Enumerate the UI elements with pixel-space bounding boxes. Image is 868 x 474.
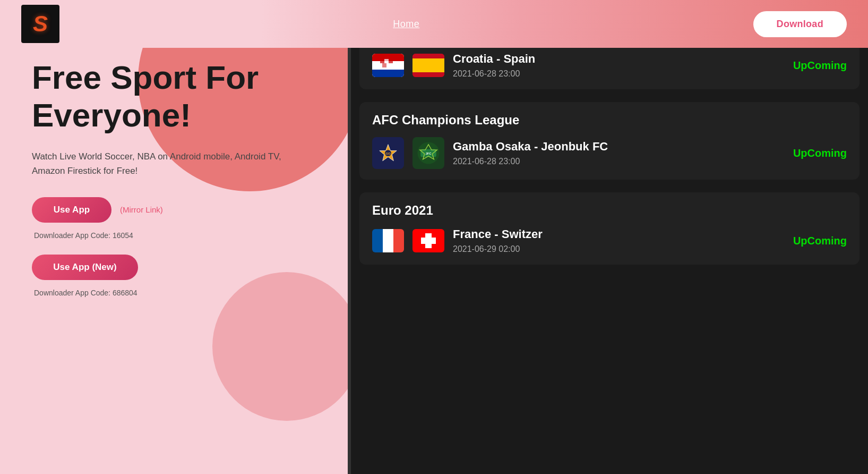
logo: S (21, 5, 59, 43)
left-panel: Free Sport For Everyone! Watch Live Worl… (32, 58, 361, 297)
match-info: France - Switzer 2021-06-29 02:00 (453, 227, 785, 254)
svg-rect-24 (421, 238, 436, 244)
svg-text:GO: GO (385, 152, 391, 155)
svg-rect-21 (393, 229, 404, 252)
match-time: 2021-06-28 23:00 (453, 157, 785, 166)
svg-rect-3 (380, 59, 384, 63)
match-row: GO JFC Gamba Osaka - J (372, 137, 847, 169)
match-teams: France - Switzer (453, 227, 785, 241)
match-teams: Croatia - Spain (453, 52, 785, 66)
svg-rect-19 (372, 229, 383, 252)
svg-rect-10 (412, 54, 444, 58)
use-app-button[interactable]: Use App (32, 197, 111, 223)
svg-rect-11 (412, 72, 444, 77)
team2-flag (412, 229, 444, 252)
upcoming-badge: UpComing (793, 60, 847, 72)
match-row: France - Switzer 2021-06-29 02:00 UpComi… (372, 227, 847, 254)
downloader-code-new: Downloader App Code: 686804 (34, 289, 361, 297)
match-time: 2021-06-28 23:00 (453, 69, 785, 79)
league-name: AFC Champions League (372, 113, 847, 128)
match-card: Euro 2021 (359, 192, 860, 265)
svg-rect-6 (382, 63, 386, 67)
team2-crest: JFC (412, 137, 444, 169)
svg-rect-20 (383, 229, 393, 252)
match-info: Gamba Osaka - Jeonbuk FC 2021-06-28 23:0… (453, 140, 785, 166)
match-time: 2021-06-29 02:00 (453, 244, 785, 254)
hero-title: Free Sport For Everyone! (32, 58, 361, 134)
use-app-row: Use App (Mirror Link) (32, 197, 361, 223)
team1-flag (372, 54, 404, 77)
right-panel: Euro 2021 (348, 0, 868, 474)
download-button[interactable]: Download (753, 11, 847, 37)
logo-letter: S (33, 11, 48, 37)
svg-rect-4 (384, 59, 389, 63)
match-teams: Gamba Osaka - Jeonbuk FC (453, 140, 785, 154)
match-card: AFC Champions League GO JF (359, 102, 860, 180)
match-row: Croatia - Spain 2021-06-28 23:00 UpComin… (372, 52, 847, 79)
svg-text:JFC: JFC (425, 152, 432, 155)
team2-flag (412, 54, 444, 77)
svg-rect-9 (412, 58, 444, 72)
phone-screen: Euro 2021 (348, 0, 868, 474)
upcoming-badge: UpComing (793, 235, 847, 247)
svg-rect-2 (372, 70, 404, 77)
team1-crest: GO (372, 137, 404, 169)
team1-flag (372, 229, 404, 252)
svg-rect-5 (389, 59, 393, 63)
nav-home-link[interactable]: Home (393, 19, 419, 29)
upcoming-badge: UpComing (793, 147, 847, 159)
hero-subtitle: Watch Live World Soccer, NBA on Android … (32, 149, 297, 178)
mirror-link[interactable]: (Mirror Link) (120, 205, 163, 214)
use-app-new-button[interactable]: Use App (New) (32, 255, 138, 280)
match-info: Croatia - Spain 2021-06-28 23:00 (453, 52, 785, 79)
main-nav: Home (393, 19, 419, 30)
svg-rect-7 (386, 63, 391, 67)
downloader-code: Downloader App Code: 16054 (34, 231, 361, 240)
header: S Home Download (0, 0, 868, 48)
league-name: Euro 2021 (372, 203, 847, 218)
